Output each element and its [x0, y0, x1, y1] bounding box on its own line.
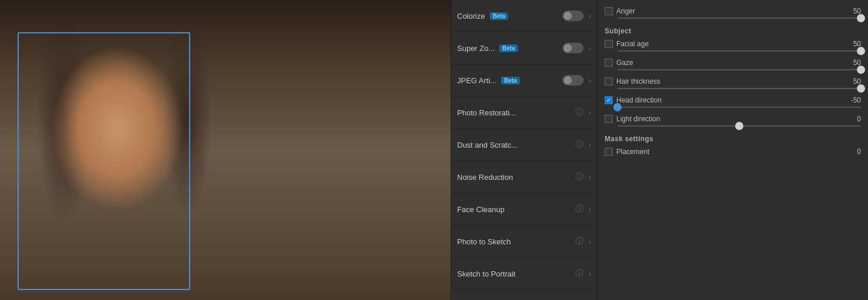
settings-panel: Anger50SubjectFacial age50Gaze50Hair thi…: [597, 0, 868, 300]
slider-track-gaze[interactable]: [617, 69, 861, 70]
effect-name-noise_reduction: Noise Reduction: [457, 173, 513, 182]
effect-item-pencil_artwork[interactable]: Pencil Artworkⓘ›: [451, 290, 597, 300]
checkbox-facial_age[interactable]: [605, 40, 613, 48]
effect-name-jpeg_artifacts: JPEG Arti...: [457, 76, 496, 85]
slider-label-facial_age: Facial age: [616, 40, 840, 48]
effect-item-colorize[interactable]: ColorizeBeta›: [451, 0, 597, 32]
effect-name-sketch_to_portrait: Sketch to Portrait: [457, 270, 516, 278]
slider-row-gaze: Gaze50: [605, 56, 861, 68]
slider-label-anger: Anger: [616, 7, 840, 15]
slider-value-placement: 0: [843, 148, 861, 156]
checkbox-anger[interactable]: [605, 7, 613, 15]
slider-container-gaze[interactable]: [605, 68, 861, 75]
slider-value-light_direction: 0: [843, 115, 861, 123]
chevron-icon-face_cleanup[interactable]: ›: [588, 204, 591, 214]
slider-container-facial_age[interactable]: [605, 49, 861, 56]
checkbox-head_direction[interactable]: [605, 96, 613, 104]
effect-name-photo_to_sketch: Photo to Sketch: [457, 237, 511, 246]
chevron-icon-photo_restoration[interactable]: ›: [588, 108, 591, 117]
toggle-jpeg_artifacts[interactable]: [562, 75, 584, 86]
slider-thumb-facial_age[interactable]: [857, 47, 865, 55]
slider-value-facial_age: 50: [843, 40, 861, 48]
slider-container-anger[interactable]: [605, 16, 861, 23]
mask-settings-label: Mask settings: [605, 131, 861, 145]
toggle-colorize[interactable]: [562, 11, 584, 21]
effect-name-dust_scratches: Dust and Scratc...: [457, 141, 517, 149]
effect-item-jpeg_artifacts[interactable]: JPEG Arti...Beta›: [451, 64, 597, 97]
effect-item-super_zoom[interactable]: Super Zo...Beta›: [451, 32, 597, 64]
slider-track-head_direction[interactable]: [617, 107, 861, 108]
slider-label-head_direction: Head direction: [616, 96, 840, 104]
slider-track-light_direction[interactable]: [617, 125, 861, 127]
beta-badge-jpeg_artifacts: Beta: [501, 77, 520, 84]
slider-label-gaze: Gaze: [616, 59, 840, 67]
image-panel: [0, 0, 451, 300]
info-icon-dust_scratches[interactable]: ⓘ: [575, 139, 584, 150]
slider-thumb-light_direction[interactable]: [735, 122, 743, 130]
chevron-icon-photo_to_sketch[interactable]: ›: [588, 237, 591, 246]
chevron-icon-dust_scratches[interactable]: ›: [588, 140, 591, 149]
slider-row-hair_thickness: Hair thickness50: [605, 75, 861, 87]
checkbox-placement[interactable]: [605, 148, 613, 156]
slider-value-hair_thickness: 50: [843, 77, 861, 86]
slider-row-facial_age: Facial age50: [605, 38, 861, 49]
slider-label-light_direction: Light direction: [616, 115, 840, 123]
chevron-icon-jpeg_artifacts[interactable]: ›: [588, 76, 591, 85]
effect-name-face_cleanup: Face Cleanup: [457, 205, 505, 214]
slider-value-anger: 50: [843, 7, 861, 15]
slider-track-anger[interactable]: [617, 18, 861, 19]
slider-thumb-hair_thickness[interactable]: [857, 84, 865, 93]
effects-panel: ColorizeBeta›Super Zo...Beta›JPEG Arti..…: [451, 0, 597, 300]
chevron-icon-sketch_to_portrait[interactable]: ›: [588, 269, 591, 278]
info-icon-photo_restoration[interactable]: ⓘ: [575, 107, 584, 118]
slider-thumb-head_direction[interactable]: [613, 103, 622, 111]
chevron-icon-colorize[interactable]: ›: [588, 11, 591, 21]
slider-label-placement: Placement: [616, 148, 840, 156]
checkbox-hair_thickness[interactable]: [605, 77, 613, 86]
slider-container-light_direction[interactable]: [605, 124, 861, 131]
info-icon-noise_reduction[interactable]: ⓘ: [575, 172, 584, 182]
slider-label-hair_thickness: Hair thickness: [616, 77, 840, 86]
slider-container-head_direction[interactable]: [605, 105, 861, 112]
effect-item-photo_restoration[interactable]: Photo Restorati...ⓘ›: [451, 97, 597, 129]
subject-section-label: Subject: [605, 23, 861, 38]
effect-name-photo_restoration: Photo Restorati...: [457, 108, 516, 117]
effect-item-photo_to_sketch[interactable]: Photo to Sketchⓘ›: [451, 226, 597, 258]
slider-row-anger: Anger50: [605, 5, 861, 16]
effect-item-sketch_to_portrait[interactable]: Sketch to Portraitⓘ›: [451, 258, 597, 290]
portrait-container: [0, 0, 451, 300]
chevron-icon-super_zoom[interactable]: ›: [588, 43, 591, 53]
info-icon-photo_to_sketch[interactable]: ⓘ: [575, 236, 584, 247]
slider-value-gaze: 50: [843, 59, 861, 67]
slider-row-head_direction: Head direction-50: [605, 94, 861, 105]
info-icon-face_cleanup[interactable]: ⓘ: [575, 204, 584, 214]
slider-row-light_direction: Light direction0: [605, 112, 861, 124]
slider-track-facial_age[interactable]: [617, 50, 861, 52]
effect-item-face_cleanup[interactable]: Face Cleanupⓘ›: [451, 193, 597, 226]
toggle-super_zoom[interactable]: [562, 43, 584, 53]
checkbox-light_direction[interactable]: [605, 115, 613, 123]
beta-badge-super_zoom: Beta: [499, 45, 518, 52]
beta-badge-colorize: Beta: [490, 12, 509, 20]
chevron-icon-noise_reduction[interactable]: ›: [588, 172, 591, 182]
effect-item-dust_scratches[interactable]: Dust and Scratc...ⓘ›: [451, 129, 597, 161]
checkbox-gaze[interactable]: [605, 59, 613, 67]
effect-name-super_zoom: Super Zo...: [457, 44, 495, 53]
slider-container-hair_thickness[interactable]: [605, 87, 861, 94]
effect-name-colorize: Colorize: [457, 12, 485, 21]
info-icon-sketch_to_portrait[interactable]: ⓘ: [575, 268, 584, 279]
effect-item-noise_reduction[interactable]: Noise Reductionⓘ›: [451, 161, 597, 193]
face-area: [0, 0, 451, 300]
slider-value-head_direction: -50: [843, 96, 861, 104]
slider-thumb-gaze[interactable]: [857, 66, 865, 74]
slider-track-hair_thickness[interactable]: [617, 88, 861, 89]
slider-thumb-anger[interactable]: [857, 14, 865, 22]
placement-row: Placement0: [605, 145, 861, 157]
